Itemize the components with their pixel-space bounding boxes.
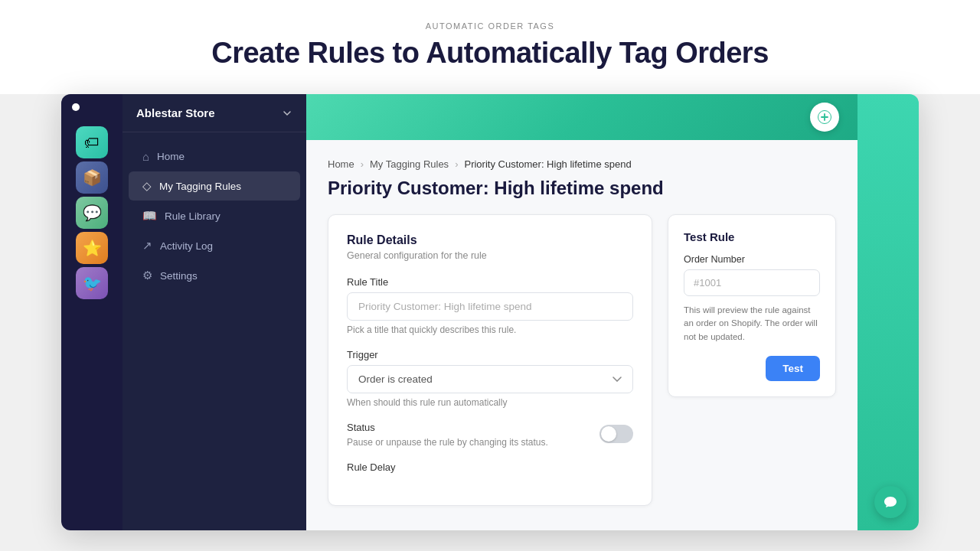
chat-bubble-button[interactable]: [874, 486, 906, 518]
status-toggle[interactable]: [599, 425, 633, 443]
sidebar-nav: ⌂ Home ◇ My Tagging Rules 📖 Rule Library…: [122, 132, 306, 530]
sidebar-item-settings-label: Settings: [160, 270, 198, 282]
window-dot: [72, 103, 80, 111]
book-icon: 📖: [142, 209, 157, 223]
sidebar-item-my-tagging-rules-label: My Tagging Rules: [159, 181, 241, 192]
breadcrumb-current: Priority Customer: High lifetime spend: [464, 158, 631, 170]
sidebar: Ablestar Store ⌂ Home ◇ My Tagging Rules…: [122, 94, 306, 530]
card-subtitle: General configuration for the rule: [347, 250, 633, 261]
card-title: Rule Details: [347, 233, 633, 247]
top-section: AUTOMATIC ORDER TAGS Create Rules to Aut…: [0, 0, 980, 94]
test-rule-card: Test Rule Order Number This will preview…: [668, 214, 836, 397]
order-number-label: Order Number: [684, 254, 820, 265]
home-icon: ⌂: [142, 150, 149, 163]
rule-details-card: Rule Details General configuration for t…: [328, 214, 652, 506]
top-title: Create Rules to Automatically Tag Orders: [15, 37, 965, 70]
store-name: Ablestar Store: [136, 106, 215, 119]
sidebar-item-my-tagging-rules[interactable]: ◇ My Tagging Rules: [129, 171, 300, 201]
rule-title-label: Rule Title: [347, 276, 633, 288]
sidebar-item-settings[interactable]: ⚙ Settings: [129, 261, 300, 290]
right-teal-panel: [858, 94, 919, 530]
breadcrumb: Home › My Tagging Rules › Priority Custo…: [328, 158, 836, 170]
sidebar-item-rule-library[interactable]: 📖 Rule Library: [129, 201, 300, 230]
gear-icon: ⚙: [142, 269, 152, 282]
sidebar-item-activity-log[interactable]: ↗ Activity Log: [129, 231, 300, 260]
status-row: Status Pause or unpause the rule by chan…: [347, 422, 633, 448]
rail-icon-4[interactable]: 🐦: [76, 267, 108, 299]
content-columns: Rule Details General configuration for t…: [328, 214, 836, 506]
activity-icon: ↗: [142, 239, 152, 253]
top-label: AUTOMATIC ORDER TAGS: [15, 21, 965, 31]
trigger-select[interactable]: Order is created Order is fulfilled Orde…: [347, 365, 633, 393]
sidebar-item-rule-library-label: Rule Library: [165, 210, 220, 222]
toggle-knob: [601, 426, 616, 442]
breadcrumb-tagging-rules[interactable]: My Tagging Rules: [370, 158, 449, 170]
rule-title-hint: Pick a title that quickly describes this…: [347, 324, 633, 335]
trigger-field-group: Trigger Order is created Order is fulfil…: [347, 349, 633, 408]
status-label: Status: [347, 422, 548, 433]
status-info: Status Pause or unpause the rule by chan…: [347, 422, 548, 448]
main-area: Home › My Tagging Rules › Priority Custo…: [306, 94, 858, 530]
rule-title-input[interactable]: [347, 292, 633, 321]
chat-icon: [883, 494, 898, 510]
rule-title-field-group: Rule Title Pick a title that quickly des…: [347, 276, 633, 335]
add-rule-button[interactable]: [810, 103, 839, 132]
rule-delay-label: Rule Delay: [347, 461, 633, 473]
test-rule-title: Test Rule: [684, 230, 820, 243]
breadcrumb-home[interactable]: Home: [328, 158, 354, 170]
rail-icon-3[interactable]: ⭐: [76, 232, 108, 264]
header-band: [306, 94, 858, 140]
rail-icon-2[interactable]: 💬: [76, 197, 108, 229]
test-hint: This will preview the rule against an or…: [684, 304, 820, 344]
sidebar-item-home-label: Home: [157, 151, 185, 162]
store-selector[interactable]: Ablestar Store: [122, 94, 306, 132]
plus-icon: [818, 110, 831, 124]
sidebar-item-home[interactable]: ⌂ Home: [129, 142, 300, 171]
tag-icon: ◇: [142, 179, 152, 193]
sidebar-item-activity-log-label: Activity Log: [160, 240, 213, 252]
trigger-hint: When should this rule run automatically: [347, 397, 633, 408]
breadcrumb-sep-2: ›: [455, 158, 458, 170]
rail-icon-1[interactable]: 📦: [76, 161, 108, 194]
order-number-input[interactable]: [684, 269, 820, 296]
trigger-label: Trigger: [347, 349, 633, 360]
page-content: Home › My Tagging Rules › Priority Custo…: [306, 140, 858, 530]
status-hint: Pause or unpause the rule by changing it…: [347, 437, 548, 448]
breadcrumb-sep-1: ›: [361, 158, 364, 170]
app-window: 🏷 📦 💬 ⭐ 🐦 Ablestar Store ⌂ Home ◇ My Tag…: [61, 94, 919, 530]
test-button[interactable]: Test: [766, 356, 820, 381]
page-title: Priority Customer: High lifetime spend: [328, 178, 836, 199]
icon-rail: 🏷 📦 💬 ⭐ 🐦: [61, 94, 122, 530]
rail-icon-0[interactable]: 🏷: [76, 126, 108, 158]
chevron-down-icon: [282, 108, 292, 119]
rule-delay-field-group: Rule Delay: [347, 461, 633, 473]
